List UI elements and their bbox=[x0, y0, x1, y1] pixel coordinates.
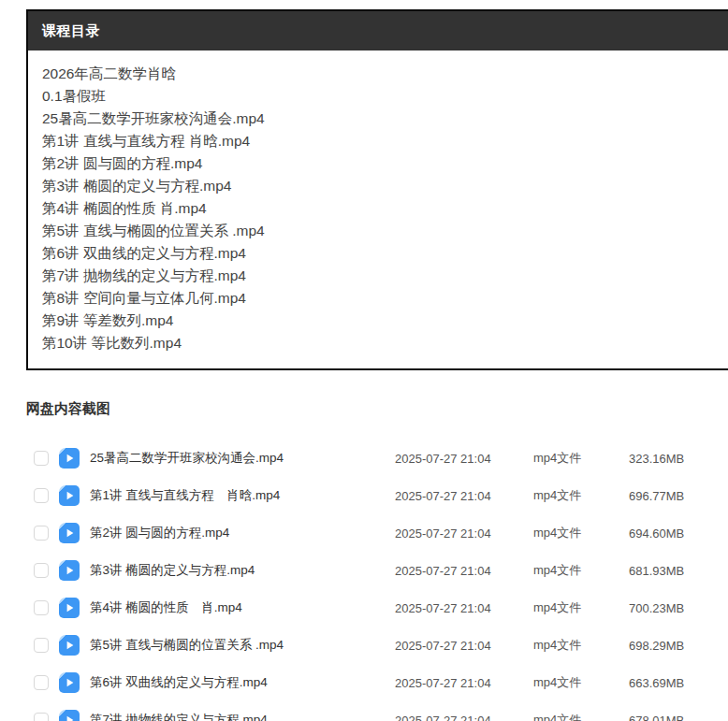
file-list: 25暑高二数学开班家校沟通会.mp4 2025-07-27 21:04 mp4文… bbox=[0, 440, 728, 721]
file-name[interactable]: 第5讲 直线与椭圆的位置关系 .mp4 bbox=[90, 637, 395, 654]
course-list-item: 第9讲 等差数列.mp4 bbox=[42, 310, 723, 332]
video-file-icon[interactable] bbox=[59, 560, 80, 581]
file-row[interactable]: 第3讲 椭圆的定义与方程.mp4 2025-07-27 21:04 mp4文件 … bbox=[0, 552, 728, 589]
file-name[interactable]: 第1讲 直线与直线方程 肖晗.mp4 bbox=[90, 487, 395, 504]
course-directory-panel: 课程目录 2026年高二数学肖晗 0.1暑假班 25暑高二数学开班家校沟通会.m… bbox=[26, 9, 728, 370]
file-size: 681.93MB bbox=[629, 564, 696, 578]
file-name[interactable]: 第7讲 抛物线的定义与方程.mp4 bbox=[90, 712, 395, 721]
course-list-item: 第4讲 椭圆的性质 肖.mp4 bbox=[42, 197, 723, 220]
video-file-icon[interactable] bbox=[59, 485, 80, 506]
course-list-item: 第5讲 直线与椭圆的位置关系 .mp4 bbox=[42, 220, 723, 242]
course-list-item: 25暑高二数学开班家校沟通会.mp4 bbox=[42, 108, 723, 130]
file-date: 2025-07-27 21:04 bbox=[395, 601, 533, 615]
course-directory-list: 2026年高二数学肖晗 0.1暑假班 25暑高二数学开班家校沟通会.mp4 第1… bbox=[28, 50, 728, 368]
video-file-icon[interactable] bbox=[59, 672, 80, 693]
video-file-icon[interactable] bbox=[59, 710, 80, 721]
file-type: mp4文件 bbox=[533, 487, 629, 504]
file-type: mp4文件 bbox=[533, 637, 629, 654]
file-row[interactable]: 第1讲 直线与直线方程 肖晗.mp4 2025-07-27 21:04 mp4文… bbox=[0, 477, 728, 514]
file-checkbox[interactable] bbox=[34, 526, 49, 541]
video-file-icon[interactable] bbox=[59, 448, 80, 469]
file-size: 696.77MB bbox=[629, 489, 696, 503]
file-checkbox[interactable] bbox=[34, 600, 49, 615]
course-list-item: 第6讲 双曲线的定义与方程.mp4 bbox=[42, 242, 723, 265]
file-row[interactable]: 第5讲 直线与椭圆的位置关系 .mp4 2025-07-27 21:04 mp4… bbox=[0, 627, 728, 664]
file-row[interactable]: 第4讲 椭圆的性质 肖.mp4 2025-07-27 21:04 mp4文件 7… bbox=[0, 589, 728, 627]
file-date: 2025-07-27 21:04 bbox=[395, 639, 533, 653]
file-type: mp4文件 bbox=[533, 599, 629, 616]
file-name[interactable]: 第4讲 椭圆的性质 肖.mp4 bbox=[90, 599, 395, 616]
file-size: 663.69MB bbox=[629, 676, 696, 690]
file-date: 2025-07-27 21:04 bbox=[395, 676, 533, 690]
file-name[interactable]: 第6讲 双曲线的定义与方程.mp4 bbox=[90, 674, 395, 691]
video-file-icon[interactable] bbox=[59, 523, 80, 543]
file-type: mp4文件 bbox=[533, 674, 629, 691]
file-row[interactable]: 第6讲 双曲线的定义与方程.mp4 2025-07-27 21:04 mp4文件… bbox=[0, 664, 728, 701]
file-checkbox[interactable] bbox=[34, 563, 49, 578]
course-list-item: 第10讲 等比数列.mp4 bbox=[42, 332, 723, 354]
file-name[interactable]: 第3讲 椭圆的定义与方程.mp4 bbox=[90, 562, 395, 579]
video-file-icon[interactable] bbox=[59, 598, 80, 618]
file-row[interactable]: 第7讲 抛物线的定义与方程.mp4 2025-07-27 21:04 mp4文件… bbox=[0, 701, 728, 721]
file-size: 698.29MB bbox=[629, 639, 696, 653]
course-list-item: 第2讲 圆与圆的方程.mp4 bbox=[42, 152, 723, 175]
file-checkbox[interactable] bbox=[34, 638, 49, 653]
file-size: 694.60MB bbox=[629, 526, 696, 541]
video-file-icon[interactable] bbox=[59, 635, 80, 656]
file-type: mp4文件 bbox=[533, 525, 629, 541]
course-list-item: 第1讲 直线与直线方程 肖晗.mp4 bbox=[42, 130, 723, 152]
course-list-item: 2026年高二数学肖晗 bbox=[42, 63, 723, 85]
course-list-item: 第7讲 抛物线的定义与方程.mp4 bbox=[42, 265, 723, 287]
course-list-item: 第8讲 空间向量与立体几何.mp4 bbox=[42, 287, 723, 310]
file-checkbox[interactable] bbox=[34, 713, 49, 721]
file-date: 2025-07-27 21:04 bbox=[395, 714, 533, 721]
file-row[interactable]: 第2讲 圆与圆的方程.mp4 2025-07-27 21:04 mp4文件 69… bbox=[0, 514, 728, 552]
file-row[interactable]: 25暑高二数学开班家校沟通会.mp4 2025-07-27 21:04 mp4文… bbox=[0, 440, 728, 477]
file-checkbox[interactable] bbox=[34, 451, 49, 466]
file-type: mp4文件 bbox=[533, 712, 629, 721]
file-checkbox[interactable] bbox=[34, 675, 49, 690]
file-size: 323.16MB bbox=[629, 452, 696, 466]
file-name[interactable]: 25暑高二数学开班家校沟通会.mp4 bbox=[90, 450, 395, 467]
file-date: 2025-07-27 21:04 bbox=[395, 564, 533, 578]
file-date: 2025-07-27 21:04 bbox=[395, 489, 533, 503]
file-date: 2025-07-27 21:04 bbox=[395, 526, 533, 541]
file-size: 700.23MB bbox=[629, 601, 696, 615]
course-list-item: 0.1暑假班 bbox=[42, 85, 723, 108]
file-type: mp4文件 bbox=[533, 562, 629, 579]
file-size: 678.01MB bbox=[629, 714, 696, 721]
file-date: 2025-07-27 21:04 bbox=[395, 452, 533, 466]
course-list-item: 第3讲 椭圆的定义与方程.mp4 bbox=[42, 175, 723, 197]
file-type: mp4文件 bbox=[533, 450, 629, 467]
course-directory-title: 课程目录 bbox=[28, 11, 728, 50]
file-name[interactable]: 第2讲 圆与圆的方程.mp4 bbox=[90, 525, 395, 541]
disk-content-heading: 网盘内容截图 bbox=[26, 400, 110, 418]
file-checkbox[interactable] bbox=[34, 488, 49, 503]
